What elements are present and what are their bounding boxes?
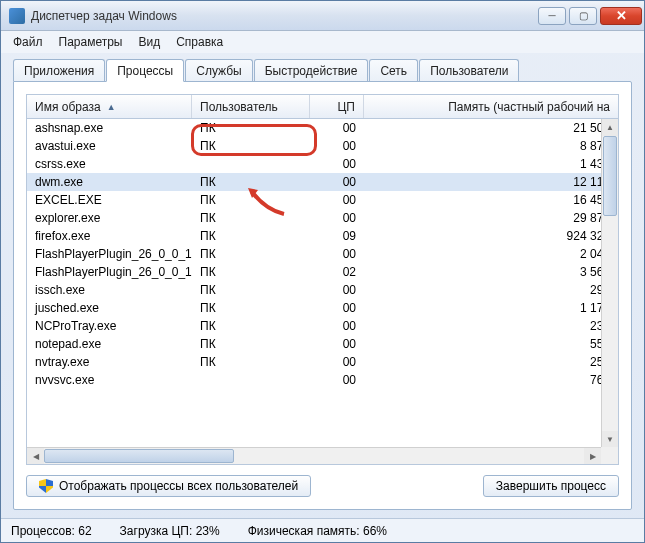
menu-view-label: Вид (138, 35, 160, 49)
column-memory[interactable]: Память (частный рабочий на (364, 95, 618, 118)
tab-users[interactable]: Пользователи (419, 59, 519, 81)
scroll-up-icon[interactable]: ▲ (602, 119, 618, 136)
table-row[interactable]: nvtray.exeПК00256 (27, 353, 618, 371)
cell-image: NCProTray.exe (27, 318, 192, 334)
scroll-right-icon[interactable]: ▶ (584, 448, 601, 464)
task-manager-window: Диспетчер задач Windows ─ ▢ ✕ Файл Парам… (0, 0, 645, 543)
table-row[interactable]: EXCEL.EXEПК0016 456 (27, 191, 618, 209)
horizontal-scrollbar[interactable]: ◀ ▶ (27, 447, 601, 464)
process-list: Имя образа ▲ Пользователь ЦП Память (час… (26, 94, 619, 465)
table-row[interactable]: ashsnap.exeПК0021 508 (27, 119, 618, 137)
menu-view[interactable]: Вид (132, 33, 166, 51)
tab-services[interactable]: Службы (185, 59, 252, 81)
cell-image: jusched.exe (27, 300, 192, 316)
cell-user: ПК (192, 264, 310, 280)
cell-memory: 12 116 (364, 174, 618, 190)
table-row[interactable]: dwm.exeПК0012 116 (27, 173, 618, 191)
cell-user: ПК (192, 336, 310, 352)
column-image-label: Имя образа (35, 100, 101, 114)
cell-cpu: 00 (310, 354, 364, 370)
vertical-scrollbar[interactable]: ▲ ▼ (601, 119, 618, 448)
cell-memory: 8 876 (364, 138, 618, 154)
table-row[interactable]: NCProTray.exeПК00236 (27, 317, 618, 335)
window-buttons: ─ ▢ ✕ (535, 7, 642, 25)
table-row[interactable]: jusched.exeПК001 172 (27, 299, 618, 317)
tab-network[interactable]: Сеть (369, 59, 418, 81)
table-row[interactable]: firefox.exeПК09924 328 (27, 227, 618, 245)
table-row[interactable]: issch.exeПК00296 (27, 281, 618, 299)
table-row[interactable]: csrss.exe001 436 (27, 155, 618, 173)
cell-user: ПК (192, 192, 310, 208)
table-row[interactable]: FlashPlayerPlugin_26_0_0_1...ПК002 040 (27, 245, 618, 263)
sort-arrow-icon: ▲ (107, 102, 116, 112)
end-process-button[interactable]: Завершить процесс (483, 475, 619, 497)
minimize-button[interactable]: ─ (538, 7, 566, 25)
cell-image: csrss.exe (27, 156, 192, 172)
column-user[interactable]: Пользователь (192, 95, 310, 118)
menu-file[interactable]: Файл (7, 33, 49, 51)
scroll-left-icon[interactable]: ◀ (27, 448, 44, 464)
cell-cpu: 00 (310, 120, 364, 136)
cell-user: ПК (192, 210, 310, 226)
shield-icon (39, 479, 53, 493)
menu-help[interactable]: Справка (170, 33, 229, 51)
tab-performance[interactable]: Быстродействие (254, 59, 369, 81)
cell-cpu: 00 (310, 192, 364, 208)
cell-cpu: 00 (310, 156, 364, 172)
cell-image: firefox.exe (27, 228, 192, 244)
cell-image: notepad.exe (27, 336, 192, 352)
menu-help-label: Справка (176, 35, 223, 49)
cell-cpu: 00 (310, 372, 364, 388)
scroll-thumb-h[interactable] (44, 449, 234, 463)
table-row[interactable]: nvvsvc.exe00768 (27, 371, 618, 389)
table-row[interactable]: FlashPlayerPlugin_26_0_0_1...ПК023 568 (27, 263, 618, 281)
window-title: Диспетчер задач Windows (31, 9, 535, 23)
list-body[interactable]: ashsnap.exeПК0021 508avastui.exeПК008 87… (27, 119, 618, 464)
cell-image: dwm.exe (27, 174, 192, 190)
column-image[interactable]: Имя образа ▲ (27, 95, 192, 118)
show-all-users-label: Отображать процессы всех пользователей (59, 479, 298, 493)
cell-image: EXCEL.EXE (27, 192, 192, 208)
menubar: Файл Параметры Вид Справка (1, 31, 644, 53)
cell-memory: 552 (364, 336, 618, 352)
scroll-down-icon[interactable]: ▼ (602, 431, 618, 448)
maximize-button[interactable]: ▢ (569, 7, 597, 25)
titlebar[interactable]: Диспетчер задач Windows ─ ▢ ✕ (1, 1, 644, 31)
show-all-users-button[interactable]: Отображать процессы всех пользователей (26, 475, 311, 497)
column-cpu[interactable]: ЦП (310, 95, 364, 118)
cell-image: nvvsvc.exe (27, 372, 192, 388)
cell-memory: 924 328 (364, 228, 618, 244)
table-row[interactable]: avastui.exeПК008 876 (27, 137, 618, 155)
cell-memory: 29 872 (364, 210, 618, 226)
cell-memory: 296 (364, 282, 618, 298)
cell-cpu: 02 (310, 264, 364, 280)
cell-memory: 236 (364, 318, 618, 334)
cell-image: issch.exe (27, 282, 192, 298)
cell-memory: 256 (364, 354, 618, 370)
cell-user: ПК (192, 300, 310, 316)
menu-file-label: Файл (13, 35, 43, 49)
status-processes: Процессов: 62 (11, 524, 92, 538)
cell-user: ПК (192, 120, 310, 136)
cell-image: FlashPlayerPlugin_26_0_0_1... (27, 264, 192, 280)
tab-applications[interactable]: Приложения (13, 59, 105, 81)
status-cpu: Загрузка ЦП: 23% (120, 524, 220, 538)
cell-cpu: 00 (310, 282, 364, 298)
cell-memory: 2 040 (364, 246, 618, 262)
cell-user (192, 163, 310, 165)
cell-memory: 16 456 (364, 192, 618, 208)
cell-memory: 1 172 (364, 300, 618, 316)
tabstrip: Приложения Процессы Службы Быстродействи… (1, 53, 644, 81)
close-button[interactable]: ✕ (600, 7, 642, 25)
list-header: Имя образа ▲ Пользователь ЦП Память (час… (27, 95, 618, 119)
cell-cpu: 00 (310, 318, 364, 334)
tab-processes[interactable]: Процессы (106, 59, 184, 82)
scroll-thumb-v[interactable] (603, 136, 617, 216)
table-row[interactable]: explorer.exeПК0029 872 (27, 209, 618, 227)
cell-image: avastui.exe (27, 138, 192, 154)
cell-cpu: 09 (310, 228, 364, 244)
table-row[interactable]: notepad.exeПК00552 (27, 335, 618, 353)
cell-user: ПК (192, 228, 310, 244)
menu-options[interactable]: Параметры (53, 33, 129, 51)
cell-cpu: 00 (310, 210, 364, 226)
